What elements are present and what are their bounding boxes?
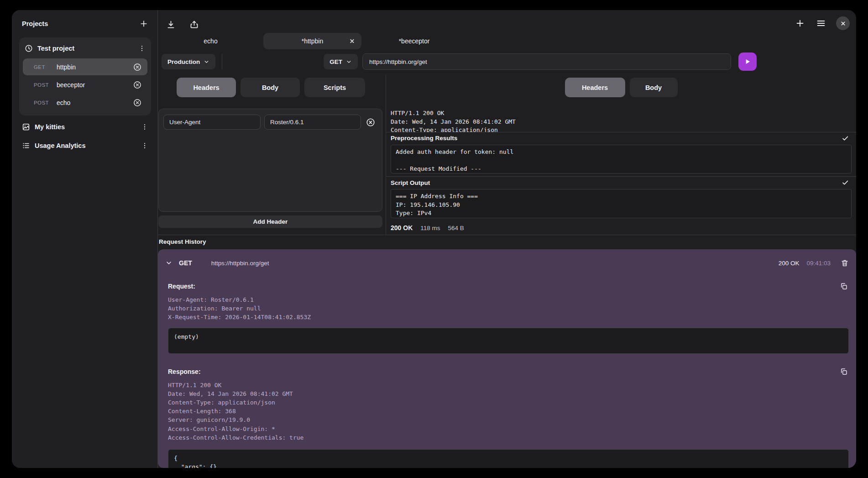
response-pane: Headers Body HTTP/1.1 200 OK Date: Wed, …: [386, 74, 856, 235]
sidebar-header: Projects: [19, 16, 151, 32]
project-header[interactable]: Test project: [23, 42, 147, 58]
environment-dropdown[interactable]: Production: [162, 54, 215, 69]
sidebar-request-beeceptor[interactable]: POST beeceptor: [23, 76, 147, 93]
circle-x-icon: [366, 117, 376, 127]
header-key-input[interactable]: [163, 115, 261, 130]
project-menu-button[interactable]: [137, 44, 146, 53]
script-output-title: Script Output: [391, 179, 430, 186]
tab-beeceptor[interactable]: *beeceptor: [365, 33, 463, 49]
request-editor-tabs: Headers Body Scripts: [177, 78, 386, 97]
collection-menu-button[interactable]: [140, 122, 149, 131]
toolbar: [158, 10, 856, 30]
preprocessing-results-title: Preprocessing Results: [391, 135, 457, 142]
tab-response-headers[interactable]: Headers: [565, 78, 625, 97]
download-icon: [166, 20, 176, 29]
response-label: Response:: [168, 368, 201, 375]
remove-request-button[interactable]: [132, 79, 143, 90]
circle-x-icon: [133, 80, 142, 89]
play-icon: [744, 58, 751, 65]
chevron-down-icon[interactable]: [165, 259, 173, 267]
close-tab-button[interactable]: [349, 38, 355, 44]
header-row: [163, 115, 377, 130]
divider: [222, 54, 222, 69]
tab-label: *beeceptor: [399, 37, 430, 45]
status-duration: 118 ms: [420, 225, 440, 231]
response-body-block: { "args": {}, "headers": {: [168, 449, 849, 468]
trash-icon: [841, 259, 849, 267]
sidebar-request-httpbin[interactable]: GET httpbin: [23, 58, 147, 75]
request-history-section: Request History GET https://httpbin.org/…: [158, 235, 856, 468]
share-upload-icon: [189, 20, 199, 29]
add-header-button[interactable]: Add Header: [158, 215, 382, 228]
tab-response-body[interactable]: Body: [630, 78, 678, 97]
request-body-block: (empty): [168, 328, 849, 354]
headers-list-panel: [158, 109, 382, 212]
close-icon: [349, 38, 355, 44]
remove-header-button[interactable]: [365, 116, 376, 128]
sidebar-item-my-kitties[interactable]: My kitties: [19, 116, 151, 134]
tab-request-scripts[interactable]: Scripts: [304, 78, 365, 97]
script-output-header: Script Output: [386, 176, 856, 188]
export-button[interactable]: [188, 19, 200, 30]
response-status-bar: 200 OK 118 ms 564 B: [386, 221, 856, 235]
response-body-text: { "args": {}, "headers": {: [174, 454, 843, 468]
request-tabs: echo *httpbin *beeceptor: [158, 30, 856, 49]
history-response-headers: HTTP/1.1 200 OK Date: Wed, 14 Jan 2026 0…: [168, 381, 849, 442]
plus-icon: [139, 19, 148, 28]
request-name-label: beeceptor: [57, 81, 132, 89]
copy-icon: [840, 368, 848, 376]
request-name-label: httpbin: [57, 63, 132, 71]
request-body-text: (empty): [174, 332, 843, 341]
hamburger-icon: [816, 18, 826, 28]
chevron-down-icon: [346, 59, 352, 65]
delete-history-button[interactable]: [841, 259, 849, 267]
sidebar-item-usage-analytics[interactable]: Usage Analytics: [19, 134, 151, 153]
history-request-headers: User-Agent: Roster/0.6.1 Authorization: …: [168, 295, 849, 322]
tab-echo[interactable]: echo: [162, 33, 260, 49]
script-output-text: === IP Address Info === IP: 195.146.105.…: [396, 192, 847, 218]
window-close-button[interactable]: [836, 16, 850, 30]
url-input[interactable]: [362, 53, 731, 70]
response-headers-preview: HTTP/1.1 200 OK Date: Wed, 14 Jan 2026 0…: [386, 97, 856, 132]
send-request-button[interactable]: [738, 53, 757, 71]
request-history-title: Request History: [158, 235, 856, 249]
sidebar: Projects Test project GET httpbin: [12, 10, 158, 468]
history-timestamp: 09:41:03: [806, 260, 831, 267]
circle-x-icon: [133, 63, 142, 72]
circle-x-icon: [133, 98, 142, 107]
tab-label: echo: [204, 37, 217, 45]
plus-icon: [795, 18, 805, 28]
method-dropdown[interactable]: GET: [324, 54, 358, 69]
main-area: echo *httpbin *beeceptor Production GET: [158, 10, 856, 468]
request-label-row: Request:: [168, 282, 848, 290]
workspace-split: Headers Body Scripts Add Header: [158, 74, 856, 235]
environment-label: Production: [167, 58, 200, 65]
app-window: Projects Test project GET httpbin: [12, 10, 856, 468]
remove-request-button[interactable]: [132, 62, 143, 73]
preprocessing-results-header: Preprocessing Results: [386, 132, 856, 143]
request-label: Request:: [168, 283, 195, 290]
sidebar-request-echo[interactable]: POST echo: [23, 94, 147, 111]
tab-request-body[interactable]: Body: [241, 78, 300, 97]
menu-button[interactable]: [815, 17, 827, 29]
preprocessing-output-panel: Added auth header for token: null --- Re…: [391, 145, 852, 174]
kebab-menu-icon: [138, 45, 146, 52]
import-button[interactable]: [165, 19, 177, 30]
collection-menu-button[interactable]: [140, 141, 149, 150]
remove-request-button[interactable]: [132, 97, 143, 108]
request-method-label: POST: [34, 100, 57, 105]
tab-httpbin[interactable]: *httpbin: [263, 33, 361, 49]
preprocessing-output-text: Added auth header for token: null --- Re…: [396, 148, 847, 174]
copy-response-button[interactable]: [840, 368, 848, 376]
tab-request-headers[interactable]: Headers: [177, 78, 236, 97]
close-icon: [840, 21, 846, 26]
header-value-input[interactable]: [264, 115, 361, 130]
request-bar: Production GET: [158, 49, 856, 74]
kebab-menu-icon: [141, 142, 148, 149]
new-tab-button[interactable]: [794, 17, 806, 29]
add-project-button[interactable]: [138, 18, 149, 29]
collection-name: My kitties: [35, 123, 136, 131]
copy-request-button[interactable]: [840, 282, 848, 290]
history-entry-header[interactable]: GET https://httpbin.org/get 200 OK 09:41…: [165, 255, 849, 271]
collection-name: Usage Analytics: [35, 142, 136, 149]
